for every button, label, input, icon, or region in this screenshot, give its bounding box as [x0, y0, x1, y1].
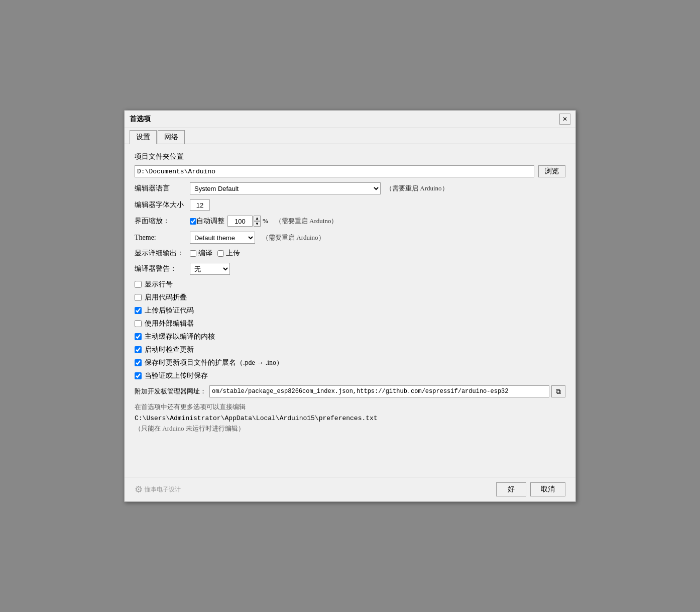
dialog-title: 首选项: [130, 115, 151, 124]
editor-lang-select[interactable]: System Default: [190, 182, 381, 194]
theme-label: Theme:: [135, 234, 190, 242]
board-manager-row: 附加开发板管理器网址： ⧉: [135, 385, 565, 397]
project-folder-label: 项目文件夹位置: [135, 152, 565, 161]
checkboxes-section: 显示行号 启用代码折叠 上传后验证代码 使用外部编辑器 主动缓存以编译的内核 启…: [135, 280, 565, 380]
editor-fontsize-row: 编辑器字体大小: [135, 199, 565, 211]
check-updates-label: 启动时检查更新: [145, 345, 194, 354]
scale-spin-up[interactable]: ▲: [254, 216, 261, 221]
compiler-warning-row: 编译器警告： 无 默认 更多 全部: [135, 263, 565, 275]
watermark-text: 懂事电子设计: [145, 485, 181, 494]
external-editor-label: 使用外部编辑器: [145, 319, 194, 328]
preferences-dialog: 首选项 ✕ 设置 网络 项目文件夹位置 浏览 编辑器语言 System Defa…: [124, 110, 576, 502]
ui-scale-controls: 自动调整 ▲ ▼ % （需要重启 Arduino）: [190, 216, 337, 227]
theme-note: （需要重启 Arduino）: [262, 233, 325, 242]
save-on-verify-checkbox[interactable]: [135, 372, 142, 379]
ui-scale-label: 界面缩放：: [135, 217, 190, 226]
editor-lang-row: 编辑器语言 System Default （需要重启 Arduino）: [135, 182, 565, 194]
ui-scale-row: 界面缩放： 自动调整 ▲ ▼ % （需要重启 Arduino）: [135, 216, 565, 227]
compiler-warning-label: 编译器警告：: [135, 264, 190, 273]
editor-lang-label: 编辑器语言: [135, 184, 190, 193]
cache-compiled-core-checkbox[interactable]: [135, 333, 142, 340]
checkbox-update-extension: 保存时更新项目文件的扩展名（.pde → .ino）: [135, 358, 565, 367]
checkbox-external-editor: 使用外部编辑器: [135, 319, 565, 328]
verify-after-upload-label: 上传后验证代码: [145, 306, 194, 315]
save-on-verify-label: 当验证或上传时保存: [145, 371, 208, 380]
edit-note: （只能在 Arduino 未运行时进行编辑）: [135, 424, 565, 433]
ui-scale-auto-label: 自动调整: [196, 217, 224, 226]
board-manager-url-button[interactable]: ⧉: [551, 385, 565, 397]
ui-scale-note: （需要重启 Arduino）: [275, 217, 338, 226]
editor-lang-note: （需要重启 Arduino）: [386, 184, 448, 193]
scale-spin-down[interactable]: ▼: [254, 221, 261, 227]
upload-checkbox[interactable]: [217, 250, 224, 257]
code-folding-checkbox[interactable]: [135, 294, 142, 301]
theme-row: Theme: Default theme （需要重启 Arduino）: [135, 232, 565, 244]
editor-fontsize-label: 编辑器字体大小: [135, 200, 190, 210]
ui-scale-unit: %: [263, 217, 268, 225]
verify-after-upload-checkbox[interactable]: [135, 307, 142, 314]
checkbox-save-on-verify: 当验证或上传时保存: [135, 371, 565, 380]
compile-checkbox[interactable]: [190, 250, 196, 257]
browse-button[interactable]: 浏览: [538, 165, 565, 177]
tabs-container: 设置 网络: [125, 128, 575, 144]
close-button[interactable]: ✕: [559, 114, 570, 125]
ui-scale-auto-checkbox[interactable]: [190, 218, 196, 225]
checkbox-show-line-numbers: 显示行号: [135, 280, 565, 289]
title-bar: 首选项 ✕: [125, 111, 575, 128]
update-extension-checkbox[interactable]: [135, 359, 142, 366]
watermark-icon: ⚙: [135, 484, 143, 495]
ok-button[interactable]: 好: [496, 482, 526, 496]
theme-select[interactable]: Default theme: [190, 232, 255, 244]
checkbox-code-folding: 启用代码折叠: [135, 293, 565, 302]
show-line-numbers-checkbox[interactable]: [135, 281, 142, 288]
checkbox-verify-after-upload: 上传后验证代码: [135, 306, 565, 315]
external-editor-checkbox[interactable]: [135, 320, 142, 327]
code-folding-label: 启用代码折叠: [145, 293, 187, 302]
verbose-row: 显示详细输出： 编译 上传: [135, 249, 565, 258]
board-manager-url-input[interactable]: [209, 385, 549, 397]
checkbox-cache-compiled-core: 主动缓存以编译的内核: [135, 332, 565, 341]
info-text: 在首选项中还有更多选项可以直接编辑: [135, 402, 565, 412]
watermark: ⚙ 懂事电子设计: [135, 484, 181, 495]
check-updates-checkbox[interactable]: [135, 346, 142, 353]
ui-scale-input[interactable]: [227, 216, 253, 227]
checkbox-check-updates: 启动时检查更新: [135, 345, 565, 354]
compile-label: 编译: [198, 249, 212, 258]
footer: ⚙ 懂事电子设计 好 取消: [125, 477, 575, 501]
settings-content: 项目文件夹位置 浏览 编辑器语言 System Default （需要重启 Ar…: [125, 144, 575, 477]
board-manager-label: 附加开发板管理器网址：: [135, 387, 206, 396]
verbose-label: 显示详细输出：: [135, 249, 190, 258]
show-line-numbers-label: 显示行号: [145, 280, 173, 289]
compiler-warning-select[interactable]: 无 默认 更多 全部: [190, 263, 230, 275]
project-folder-row: 浏览: [135, 165, 565, 177]
prefs-file-path: C:\Users\Administrator\AppData\Local\Ard…: [135, 415, 565, 422]
ui-scale-spinner: ▲ ▼: [254, 216, 261, 227]
cache-compiled-core-label: 主动缓存以编译的内核: [145, 332, 215, 341]
upload-label: 上传: [226, 249, 240, 258]
tab-network[interactable]: 网络: [158, 130, 185, 144]
project-folder-input[interactable]: [135, 165, 534, 177]
tab-settings[interactable]: 设置: [130, 130, 157, 144]
cancel-button[interactable]: 取消: [530, 482, 565, 496]
update-extension-label: 保存时更新项目文件的扩展名（.pde → .ino）: [145, 358, 283, 367]
editor-fontsize-input[interactable]: [190, 199, 210, 211]
